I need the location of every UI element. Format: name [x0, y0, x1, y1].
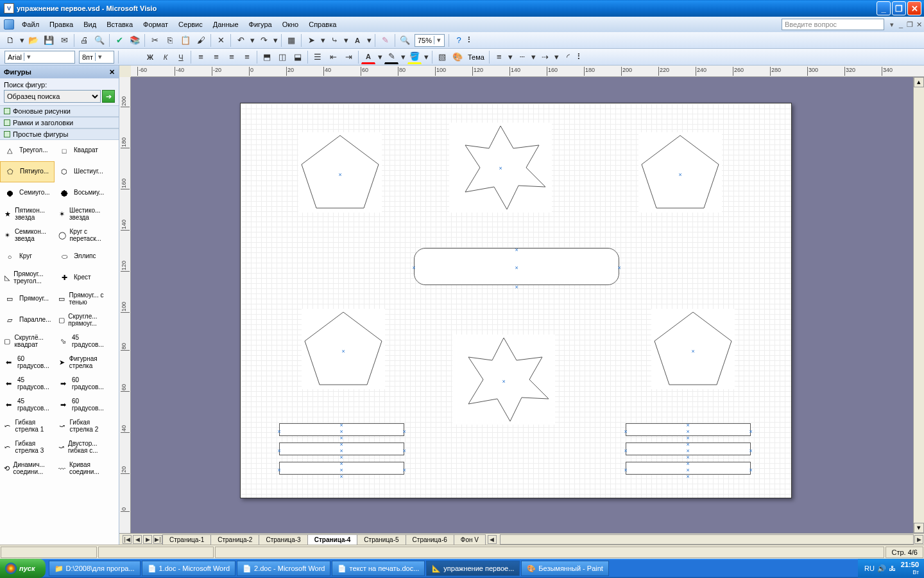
font-color-icon[interactable]: A — [361, 50, 375, 64]
taskbar-item[interactable]: 📄2.doc - Microsoft Word — [237, 561, 330, 576]
toolbar-overflow-icon[interactable]: ⠇ — [467, 33, 474, 48]
increase-indent-icon[interactable]: ⇥ — [341, 50, 355, 64]
stencil-basic-shapes[interactable]: Простые фигуры — [0, 128, 119, 140]
tray-network-icon[interactable]: 🖧 — [889, 565, 896, 572]
ink-icon[interactable]: ✎ — [378, 33, 392, 48]
email-icon[interactable]: ✉ — [57, 33, 71, 48]
palette-shape-item[interactable]: ◺Прямоуг... треугол... — [0, 267, 55, 288]
palette-shape-item[interactable]: ⬭Эллипс — [55, 246, 109, 267]
connection-point-marker[interactable] — [687, 460, 690, 464]
bold-icon[interactable]: Ж — [143, 50, 157, 64]
print-preview-icon[interactable]: 🔍 — [92, 33, 107, 48]
connection-point-marker[interactable] — [278, 428, 281, 432]
menu-view[interactable]: Вид — [78, 19, 101, 30]
connection-point-marker[interactable] — [413, 265, 416, 268]
palette-shape-item[interactable]: 〰Кривая соедини... — [55, 458, 109, 479]
line-color-dropdown-icon[interactable]: ▾ — [400, 50, 406, 64]
connection-point-marker[interactable] — [502, 378, 506, 381]
menu-window[interactable]: Окно — [277, 19, 304, 30]
palette-shape-item[interactable]: ★Пятикон... звезда — [0, 204, 55, 225]
menu-service[interactable]: Сервис — [173, 19, 208, 30]
palette-shape-item[interactable]: ⟲Динамич... соедини... — [0, 458, 55, 479]
font-name-combo[interactable]: Arial▾ — [4, 51, 75, 64]
connection-point-marker[interactable] — [749, 448, 753, 451]
delete-icon[interactable]: ✕ — [214, 33, 228, 48]
page-tab[interactable]: Страница-5 — [357, 534, 406, 545]
palette-shape-item[interactable]: ⤻Гибкая стрелка 2 — [55, 416, 109, 437]
connection-point-marker[interactable] — [340, 460, 343, 464]
menu-file[interactable]: Файл — [17, 19, 44, 30]
save-icon[interactable]: 💾 — [42, 33, 56, 48]
research-icon[interactable]: 📚 — [128, 33, 142, 48]
palette-shape-item[interactable]: ◯Круг с перетаск... — [55, 225, 109, 246]
connection-point-marker[interactable] — [687, 467, 690, 470]
palette-shape-item[interactable]: ⤻Двустор... гибкая с... — [55, 437, 109, 458]
shadow-icon[interactable]: ▧ — [435, 50, 449, 64]
zoom-fit-icon[interactable]: 🔍 — [398, 33, 412, 48]
page-tab[interactable]: Страница-6 — [406, 534, 454, 545]
palette-shape-item[interactable]: ⬡Шестиуг... — [55, 161, 109, 182]
mdi-restore-button[interactable]: ❐ — [906, 21, 914, 28]
cut-icon[interactable]: ✂ — [148, 33, 162, 48]
palette-shape-item[interactable]: ➡60 градусов... — [55, 394, 109, 416]
undo-dropdown-icon[interactable]: ▾ — [249, 33, 255, 48]
connection-point-marker[interactable] — [340, 441, 343, 444]
palette-shape-item[interactable]: ⯃Семиуго... — [0, 182, 55, 204]
mdi-close-button[interactable]: ✕ — [915, 21, 923, 28]
italic-icon[interactable]: К — [158, 50, 173, 64]
theme-icon[interactable]: 🎨 — [450, 50, 465, 64]
shapes-panel-close-icon[interactable]: ✕ — [109, 68, 115, 76]
connection-point-marker[interactable] — [687, 473, 690, 477]
connection-point-marker[interactable] — [749, 467, 753, 470]
tray-lang-icon[interactable]: RU — [864, 565, 875, 572]
taskbar-item[interactable]: 📄текст на печать.doc... — [332, 561, 425, 576]
connection-point-marker[interactable] — [624, 448, 628, 451]
connection-point-marker[interactable] — [687, 435, 690, 438]
palette-shape-item[interactable]: ⤺Гибкая стрелка 1 — [0, 416, 55, 437]
line-ends-dropdown-icon[interactable]: ▾ — [554, 50, 560, 64]
connection-point-marker[interactable] — [515, 265, 518, 268]
system-tray[interactable]: RU 🔊 🖧 21:50Вт — [858, 559, 924, 578]
help-icon[interactable]: ? — [452, 33, 466, 48]
palette-shape-item[interactable]: ⬅45 градусов... — [0, 394, 55, 416]
spellcheck-icon[interactable]: ✔ — [112, 33, 126, 48]
palette-shape-item[interactable]: ▭Прямоуг... с тенью — [55, 288, 109, 310]
connection-point-marker[interactable] — [340, 467, 343, 470]
taskbar-item[interactable]: 📐упражнение первое... — [426, 561, 520, 576]
palette-shape-item[interactable]: ➤Фигурная стрелка — [55, 352, 109, 373]
connector-dropdown-icon[interactable]: ▾ — [343, 33, 349, 48]
corner-rounding-icon[interactable]: ◜ — [561, 50, 576, 64]
vertical-scrollbar[interactable]: ▴ ▾ — [913, 77, 924, 533]
palette-shape-item[interactable]: ⤺Гибкая стрелка 3 — [0, 437, 55, 458]
palette-shape-item[interactable]: ○Круг — [0, 246, 55, 267]
new-dropdown-icon[interactable]: ▾ — [19, 33, 25, 48]
fill-color-dropdown-icon[interactable]: ▾ — [423, 50, 429, 64]
connection-point-marker[interactable] — [278, 467, 281, 470]
palette-shape-item[interactable]: ▢Скругле... прямоуг... — [55, 310, 109, 331]
mdi-minimize-button[interactable]: _ — [897, 21, 905, 28]
tab-nav-first-icon[interactable]: |◀ — [123, 535, 132, 544]
shapes-search-input[interactable]: Образец поиска — [4, 90, 101, 103]
line-color-icon[interactable]: ✎ — [384, 50, 398, 64]
connection-point-marker[interactable] — [403, 467, 406, 470]
align-center-icon[interactable]: ≡ — [209, 50, 223, 64]
connection-point-marker[interactable] — [618, 265, 621, 268]
stencil-borders[interactable]: Рамки и заголовки — [0, 117, 119, 128]
new-document-icon[interactable]: 🗋 — [3, 33, 17, 48]
line-pattern-dropdown-icon[interactable]: ▾ — [531, 50, 537, 64]
tray-volume-icon[interactable]: 🔊 — [877, 565, 886, 573]
line-ends-icon[interactable]: ⇢ — [538, 50, 552, 64]
connection-point-marker[interactable] — [342, 348, 345, 351]
font-color-dropdown-icon[interactable]: ▾ — [377, 50, 383, 64]
paste-icon[interactable]: 📋 — [178, 33, 193, 48]
connection-point-marker[interactable] — [340, 428, 343, 432]
font-size-combo[interactable]: 8пт▾ — [79, 51, 114, 64]
connection-point-marker[interactable] — [340, 422, 343, 425]
connection-point-marker[interactable] — [687, 428, 690, 432]
palette-shape-item[interactable]: ⬂45 градусов... — [55, 331, 109, 352]
format-overflow-icon[interactable]: ⠇ — [577, 50, 583, 64]
open-icon[interactable]: 📂 — [26, 33, 40, 48]
page-tab[interactable]: Страница-1 — [162, 534, 211, 545]
redo-icon[interactable]: ↷ — [257, 33, 271, 48]
connection-point-marker[interactable] — [340, 435, 343, 438]
